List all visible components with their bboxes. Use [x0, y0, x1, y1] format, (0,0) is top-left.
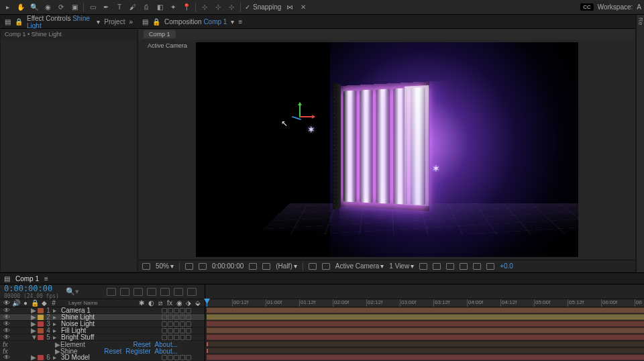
gizmo-y-axis[interactable]	[299, 103, 301, 117]
effect-reset-link[interactable]: Reset	[104, 348, 125, 355]
right-dock[interactable]: Re	[636, 15, 644, 272]
twirl-icon[interactable]: ▼	[31, 333, 36, 341]
track-bar[interactable]	[207, 321, 644, 327]
workspace-switcher[interactable]: CC Workspace: A	[580, 3, 641, 11]
track-bar[interactable]	[207, 307, 644, 313]
switch-col-icon[interactable]: ⬙	[194, 300, 202, 307]
rotate-tool-icon[interactable]: ⟳	[56, 3, 66, 12]
keyframe-marker[interactable]	[207, 349, 208, 353]
track-bar[interactable]	[207, 348, 644, 354]
axis-world-icon[interactable]: ⊹	[213, 3, 223, 12]
effect-row[interactable]: fx▶ShineResetRegisterAbout...	[0, 348, 205, 354]
type-tool-icon[interactable]: T	[115, 3, 124, 12]
solo-col-icon[interactable]: ●	[21, 300, 30, 307]
comp-subtab[interactable]: Comp 1	[144, 30, 176, 38]
timeline-icon[interactable]	[473, 263, 481, 270]
frame-blend-icon[interactable]	[133, 288, 143, 296]
switch-fx[interactable]	[180, 308, 185, 313]
switch-col-icon[interactable]: ⧄	[156, 300, 164, 307]
switch-quality[interactable]	[174, 315, 179, 320]
switch-shy[interactable]	[162, 315, 167, 320]
label-color[interactable]	[38, 335, 44, 340]
twirl-icon[interactable]: ▶	[55, 348, 60, 355]
label-color[interactable]	[38, 308, 44, 313]
views-dropdown[interactable]: 1 View ▾	[389, 262, 414, 270]
effect-about-link[interactable]: About...	[155, 348, 205, 355]
effect-controls-tab[interactable]: Effect Controls Shine Light	[27, 15, 93, 30]
layer-name[interactable]: Bright Stuff	[60, 333, 160, 341]
track-bar[interactable]	[207, 327, 644, 333]
eye-col-icon[interactable]: 👁	[3, 300, 11, 307]
grid-icon[interactable]	[185, 263, 193, 270]
snap-option-icon[interactable]: ⋈	[285, 3, 294, 12]
snapshot-icon[interactable]	[249, 263, 257, 270]
fast-preview-icon[interactable]	[433, 263, 441, 270]
camera-tool-icon[interactable]: ▣	[70, 3, 79, 12]
effect-register-link[interactable]: Register	[125, 348, 154, 355]
switch-col-icon[interactable]: ⬗	[184, 300, 193, 307]
time-ruler[interactable]: 00:12f01:00f01:12f02:00f02:12f03:00f03:1…	[205, 299, 644, 307]
twirl-name-icon[interactable]: ▸	[53, 354, 58, 361]
magnify-icon[interactable]	[142, 263, 150, 270]
switch-fx[interactable]	[180, 355, 185, 360]
pen-tool-icon[interactable]: ✒	[101, 3, 111, 12]
close-panel-icon[interactable]: »	[129, 18, 133, 25]
switch-collapse[interactable]	[168, 355, 173, 360]
snapping-toggle[interactable]: ✓ Snapping	[245, 3, 281, 11]
zoom-tool-icon[interactable]: 🔍	[30, 3, 39, 12]
comp-mini-icon[interactable]	[107, 288, 116, 296]
guides-icon[interactable]	[199, 263, 207, 270]
layer-row[interactable]: 👁▼5▸Bright Stuff	[0, 334, 205, 341]
axis-local-icon[interactable]: ⊹	[200, 3, 209, 12]
switch-quality[interactable]	[174, 328, 179, 333]
switch-collapse[interactable]	[168, 328, 173, 333]
switch-fx[interactable]	[180, 315, 185, 320]
transparency-icon[interactable]	[322, 263, 330, 270]
snap-option2-icon[interactable]: ✕	[299, 3, 308, 12]
audio-col-icon[interactable]: 🔊	[12, 300, 20, 307]
switch-quality[interactable]	[174, 308, 179, 313]
light-indicator-icon[interactable]: ✶	[307, 124, 315, 135]
exposure-value[interactable]: +0.0	[500, 262, 513, 270]
puppet-tool-icon[interactable]: 📍	[182, 3, 191, 12]
switch-shy[interactable]	[162, 328, 167, 333]
tab-menu-icon[interactable]: ▾	[231, 18, 234, 25]
effect-row[interactable]: fx▶ElementResetAbout...	[0, 341, 205, 348]
shy-icon[interactable]	[120, 288, 129, 296]
current-timecode[interactable]: 0:00:00:00	[4, 284, 59, 293]
draft3d-icon[interactable]	[174, 288, 183, 296]
visibility-toggle[interactable]: 👁	[3, 354, 11, 361]
keyframe-marker[interactable]	[207, 342, 208, 346]
track-area[interactable]	[205, 307, 644, 361]
resolution-dropdown[interactable]: (Half) ▾	[276, 262, 297, 270]
layer-name-header[interactable]: Layer Name	[68, 300, 98, 306]
track-bar[interactable]	[207, 341, 644, 347]
twirl-name-icon[interactable]: ▸	[53, 333, 58, 341]
lock-col-icon[interactable]: 🔒	[31, 300, 39, 307]
viewport[interactable]: ✶ ✶ ↖	[196, 42, 578, 257]
panel-menu-icon[interactable]: ≡	[238, 18, 242, 25]
graph-icon[interactable]	[160, 288, 170, 296]
switch-quality[interactable]	[174, 321, 179, 327]
switch-quality[interactable]	[174, 335, 179, 340]
switch-col-icon[interactable]: ✱	[138, 300, 146, 307]
roto-tool-icon[interactable]: ✦	[168, 3, 178, 12]
effect-name[interactable]: Shine	[60, 348, 78, 355]
light-indicator-icon[interactable]: ✶	[432, 163, 440, 174]
rect-tool-icon[interactable]: ▭	[88, 3, 97, 12]
axis-view-icon[interactable]: ⊹	[227, 3, 236, 12]
tab-menu-icon[interactable]: ▾	[97, 18, 100, 25]
label-color[interactable]	[38, 328, 44, 333]
track-bar[interactable]	[207, 334, 644, 340]
composition-tab[interactable]: Composition Comp 1	[164, 18, 227, 25]
grip-icon[interactable]: ▤	[4, 275, 10, 282]
layer-name[interactable]: 3D Model	[60, 354, 160, 361]
camera-dropdown[interactable]: Active Camera ▾	[335, 262, 384, 270]
grip-icon[interactable]: ▤	[5, 18, 11, 25]
switch-quality[interactable]	[174, 355, 179, 360]
motion-blur-icon[interactable]	[147, 288, 156, 296]
brush-tool-icon[interactable]: 🖌	[128, 3, 138, 12]
lock-icon[interactable]: 🔒	[152, 18, 160, 25]
view-option2-icon[interactable]	[460, 263, 468, 270]
pixel-aspect-icon[interactable]	[419, 263, 427, 270]
